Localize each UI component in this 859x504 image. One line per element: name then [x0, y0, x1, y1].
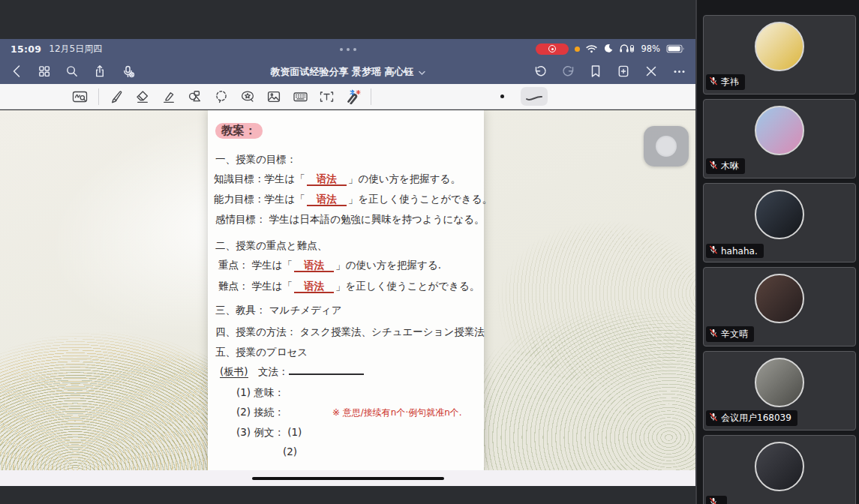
note-line: (1) 意味： — [214, 382, 484, 402]
avatar — [755, 274, 804, 323]
ink-text: (2) — [283, 446, 297, 458]
ink-text: 」を正しく使うことができる。 — [335, 280, 479, 292]
participant-name: 木咻 — [721, 160, 739, 172]
ink-text: 重点： 学生は「 — [218, 259, 293, 271]
note-line: 知識目標：学生は「语法」の使い方を把握する。 — [214, 169, 484, 188]
undo-icon[interactable] — [533, 64, 548, 79]
screen-recording-pill-icon[interactable] — [536, 44, 569, 55]
ink-text: 四、授業の方法： タスク授業法、シチュエーション授業法 — [215, 326, 485, 338]
participant-nameplate — [706, 496, 727, 504]
participant-tile[interactable]: 会议用户168039 — [703, 351, 856, 430]
screen: 15:09 12月5日周四 98% — [0, 0, 859, 504]
mic-muted-icon — [709, 497, 718, 504]
home-strip — [0, 470, 695, 486]
mic-muted-icon — [709, 245, 718, 256]
note-page: 教案：一、授業の目標：知識目標：学生は「语法」の使い方を把握する。能力目標：学生… — [208, 110, 484, 470]
participant-nameplate: 木咻 — [706, 158, 745, 174]
mic-in-use-dot-icon — [575, 46, 580, 52]
pen-tool-icon[interactable] — [107, 87, 126, 106]
page-thumbnails-icon[interactable] — [37, 64, 52, 79]
shapes-tool-icon[interactable] — [185, 87, 205, 106]
multitask-dots-icon[interactable] — [340, 48, 356, 51]
ink-text: 知識目標：学生は「 — [214, 172, 305, 184]
image-tool-icon[interactable] — [264, 87, 284, 106]
note-line: 能力目標：学生は「语法」を正しく使うことができる。 — [214, 189, 484, 208]
ink-text: 」の使い方を把握する. — [335, 259, 441, 271]
assistive-touch-button[interactable] — [644, 126, 689, 166]
chevron-down-icon — [419, 64, 425, 79]
close-icon[interactable] — [644, 64, 659, 79]
ink-text: (板书) — [220, 365, 248, 378]
toolbar-separator — [371, 88, 371, 105]
note-line: 五、授業のプロセス — [214, 342, 484, 362]
stickers-tool-icon[interactable] — [238, 87, 257, 106]
participant-tile[interactable]: 辛文晴 — [703, 267, 856, 346]
ink-text: 能力目標：学生は「 — [214, 193, 305, 205]
focus-moon-icon — [603, 42, 613, 56]
more-icon[interactable] — [671, 64, 686, 79]
zoom-window-tool-icon[interactable] — [71, 87, 90, 106]
titlebar-area: 15:09 12月5日周四 98% — [0, 39, 695, 84]
avatar — [755, 190, 804, 239]
battery-icon — [666, 42, 685, 56]
participant-tile[interactable] — [703, 435, 856, 504]
nav-bar: 教资面试经验分享 景梦瑶 高心钰 — [0, 58, 695, 84]
ink-text: 」の使い方を把握する。 — [348, 172, 461, 184]
battery-percent: 98% — [641, 44, 660, 54]
toolbar-separator — [98, 88, 99, 105]
highlighter-tool-icon[interactable] — [159, 87, 179, 106]
bookmark-icon[interactable] — [588, 64, 603, 79]
note-line: (3) 例文： (1) — [214, 422, 484, 442]
note-line: 重点： 学生は「语法」の使い方を把握する. — [214, 255, 484, 274]
add-page-icon[interactable] — [616, 64, 631, 79]
note-line: (2) — [214, 442, 484, 461]
participant-name: 李祎 — [721, 76, 739, 88]
headphones-battery-icon — [619, 42, 635, 56]
redo-icon[interactable] — [560, 64, 575, 79]
date: 12月5日周四 — [49, 43, 102, 56]
note-canvas[interactable]: 教案：一、授業の目標：知識目標：学生は「语法」の使い方を把握する。能力目標：学生… — [0, 110, 695, 470]
share-icon[interactable] — [92, 64, 107, 79]
ink-text: (2) 接続： — [236, 406, 284, 418]
back-icon[interactable] — [9, 64, 24, 79]
lasso-tool-icon[interactable] — [212, 87, 231, 106]
stroke-size-dot[interactable] — [500, 94, 504, 98]
participant-name: hahaha. — [721, 246, 758, 256]
text-tool-icon[interactable] — [317, 87, 336, 106]
participant-tile[interactable]: 木咻 — [703, 99, 856, 178]
participant-nameplate: 李祎 — [706, 74, 745, 90]
ink-text: 文法： — [248, 365, 289, 377]
shared-screen-region: 15:09 12月5日周四 98% — [0, 0, 695, 504]
highlighted-title: 教案： — [215, 123, 263, 139]
note-line: 難点： 学生は「语法」を正しく使うことができる。 — [214, 276, 484, 296]
selected-stroke-style[interactable] — [521, 87, 548, 106]
keyboard-tool-icon[interactable] — [290, 87, 310, 106]
home-indicator[interactable] — [252, 477, 444, 480]
mic-muted-icon — [709, 76, 718, 88]
ink-text: 二、授業の重点と難点、 — [215, 239, 327, 251]
smart-pen-tool-icon[interactable] — [343, 87, 362, 106]
audio-record-muted-icon[interactable] — [120, 64, 135, 79]
note-line: (板书) 文法： — [214, 362, 484, 381]
participants-panel: 李祎 木咻 hahaha. 辛文晴 — [695, 0, 859, 504]
note-line: 教案： — [214, 121, 484, 140]
ink-text: 三、教具： マルチメディア — [215, 304, 342, 316]
search-icon[interactable] — [65, 64, 80, 79]
mic-muted-icon — [709, 328, 718, 340]
note-line: 三、教具： マルチメディア — [214, 300, 484, 320]
participant-name: 辛文晴 — [721, 328, 748, 340]
document-title[interactable]: 教资面试经验分享 景梦瑶 高心钰 — [270, 64, 425, 79]
ink-text: 」を正しく使うことができる。 — [348, 193, 492, 205]
participant-tile[interactable]: hahaha. — [703, 183, 856, 262]
participant-name: 会议用户168039 — [721, 412, 791, 424]
mic-muted-icon — [709, 412, 718, 424]
participant-tile[interactable]: 李祎 — [703, 15, 856, 94]
participant-nameplate: 会议用户168039 — [706, 410, 797, 426]
note-line: (2) 接続：※ 意思/接续有n个·例句就准n个. — [214, 402, 484, 422]
clock: 15:09 — [11, 44, 41, 55]
top-letterbox-bar — [0, 0, 695, 39]
red-ink-text: 语法 — [294, 280, 334, 293]
status-bar: 15:09 12月5日周四 98% — [0, 39, 695, 58]
ink-text — [289, 364, 364, 375]
eraser-tool-icon[interactable] — [133, 87, 152, 106]
